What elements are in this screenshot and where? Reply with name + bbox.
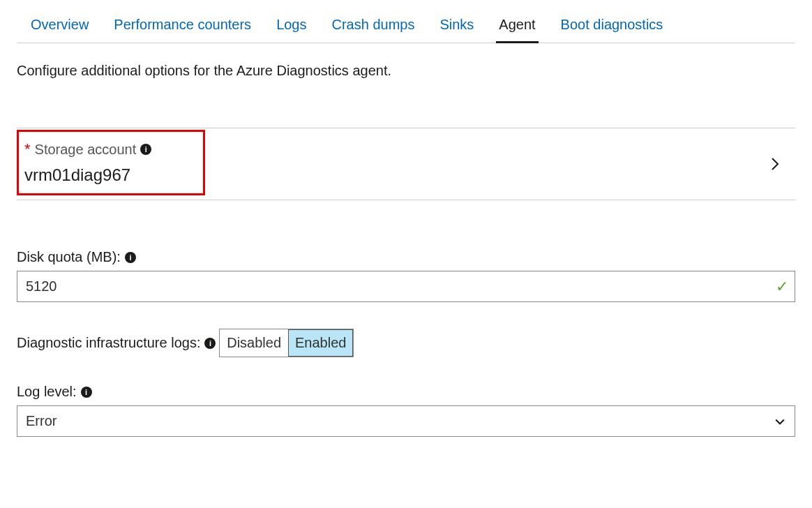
tab-bar: Overview Performance counters Logs Crash… [17, 11, 795, 43]
disk-quota-input[interactable] [17, 271, 795, 302]
disk-quota-group: Disk quota (MB): i ✓ [17, 249, 795, 302]
chevron-right-icon[interactable] [766, 156, 783, 172]
info-icon[interactable]: i [125, 252, 136, 263]
log-level-select[interactable]: Error [17, 405, 795, 437]
storage-highlight: * Storage account i vrm01diag967 [17, 130, 205, 195]
diag-logs-disabled-button[interactable]: Disabled [220, 329, 288, 357]
tab-agent[interactable]: Agent [496, 11, 538, 43]
tab-logs[interactable]: Logs [273, 11, 309, 43]
log-level-group: Log level: i Error [17, 384, 795, 437]
diag-logs-toggle: Disabled Enabled [219, 329, 354, 357]
diag-logs-group: Diagnostic infrastructure logs: i Disabl… [17, 329, 795, 357]
tab-sinks[interactable]: Sinks [437, 11, 476, 43]
storage-account-row[interactable]: * Storage account i vrm01diag967 [17, 128, 795, 200]
log-level-label: Log level: i [17, 384, 92, 400]
tab-overview[interactable]: Overview [28, 11, 91, 43]
tab-performance-counters[interactable]: Performance counters [111, 11, 254, 43]
tab-boot-diagnostics[interactable]: Boot diagnostics [558, 11, 666, 43]
info-icon[interactable]: i [204, 338, 216, 349]
required-star-icon: * [24, 140, 31, 158]
check-icon: ✓ [776, 278, 788, 296]
diag-logs-enabled-button[interactable]: Enabled [288, 329, 353, 357]
storage-account-value: vrm01diag967 [24, 165, 195, 185]
storage-account-label: Storage account [35, 142, 137, 158]
info-icon[interactable]: i [140, 144, 151, 155]
info-icon[interactable]: i [81, 387, 92, 398]
tab-crash-dumps[interactable]: Crash dumps [329, 11, 418, 43]
page-description: Configure additional options for the Azu… [17, 63, 795, 79]
diag-logs-label: Diagnostic infrastructure logs: i [17, 335, 216, 351]
disk-quota-label: Disk quota (MB): i [17, 249, 136, 265]
